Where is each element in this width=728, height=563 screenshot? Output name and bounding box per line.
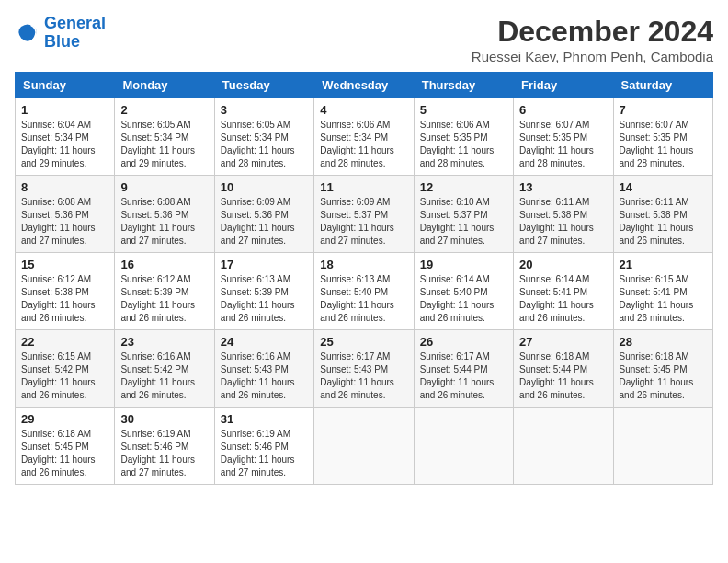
- calendar-cell: 15Sunrise: 6:12 AMSunset: 5:38 PMDayligh…: [16, 253, 115, 330]
- day-number: 25: [320, 335, 407, 349]
- day-info: Sunrise: 6:15 AMSunset: 5:42 PMDaylight:…: [21, 350, 108, 402]
- day-info: Sunrise: 6:06 AMSunset: 5:34 PMDaylight:…: [320, 119, 407, 170]
- calendar-cell: 13Sunrise: 6:11 AMSunset: 5:38 PMDayligh…: [514, 176, 613, 253]
- day-number: 9: [120, 180, 208, 194]
- calendar-week-5: 29Sunrise: 6:18 AMSunset: 5:45 PMDayligh…: [16, 408, 713, 485]
- calendar-cell: [314, 408, 414, 485]
- day-info: Sunrise: 6:14 AMSunset: 5:40 PMDaylight:…: [420, 273, 507, 325]
- calendar-week-4: 22Sunrise: 6:15 AMSunset: 5:42 PMDayligh…: [16, 330, 713, 408]
- calendar-cell: 26Sunrise: 6:17 AMSunset: 5:44 PMDayligh…: [414, 330, 513, 408]
- day-info: Sunrise: 6:09 AMSunset: 5:36 PMDaylight:…: [221, 196, 308, 247]
- day-info: Sunrise: 6:07 AMSunset: 5:35 PMDaylight:…: [620, 119, 707, 170]
- day-info: Sunrise: 6:17 AMSunset: 5:43 PMDaylight:…: [320, 350, 407, 402]
- day-info: Sunrise: 6:09 AMSunset: 5:37 PMDaylight:…: [320, 196, 407, 247]
- day-info: Sunrise: 6:19 AMSunset: 5:46 PMDaylight:…: [120, 428, 208, 479]
- header-monday: Monday: [115, 73, 214, 98]
- day-info: Sunrise: 6:04 AMSunset: 5:34 PMDaylight:…: [21, 119, 108, 170]
- calendar-cell: 20Sunrise: 6:14 AMSunset: 5:41 PMDayligh…: [514, 253, 613, 330]
- calendar-week-3: 15Sunrise: 6:12 AMSunset: 5:38 PMDayligh…: [16, 253, 713, 330]
- calendar-cell: 14Sunrise: 6:11 AMSunset: 5:38 PMDayligh…: [613, 176, 712, 253]
- day-info: Sunrise: 6:05 AMSunset: 5:34 PMDaylight:…: [221, 119, 308, 170]
- day-number: 15: [21, 258, 108, 271]
- day-info: Sunrise: 6:10 AMSunset: 5:37 PMDaylight:…: [420, 196, 507, 247]
- day-info: Sunrise: 6:17 AMSunset: 5:44 PMDaylight:…: [420, 350, 507, 402]
- day-number: 28: [620, 335, 707, 349]
- calendar-cell: 11Sunrise: 6:09 AMSunset: 5:37 PMDayligh…: [314, 176, 414, 253]
- day-number: 18: [320, 258, 407, 271]
- header-sunday: Sunday: [16, 73, 115, 98]
- calendar-cell: 21Sunrise: 6:15 AMSunset: 5:41 PMDayligh…: [613, 253, 712, 330]
- header-thursday: Thursday: [414, 73, 513, 98]
- day-number: 3: [221, 103, 308, 117]
- calendar-cell: 1Sunrise: 6:04 AMSunset: 5:34 PMDaylight…: [16, 98, 115, 176]
- day-number: 19: [420, 258, 507, 271]
- day-info: Sunrise: 6:11 AMSunset: 5:38 PMDaylight:…: [620, 196, 707, 247]
- day-number: 11: [320, 180, 407, 194]
- calendar-cell: 19Sunrise: 6:14 AMSunset: 5:40 PMDayligh…: [414, 253, 513, 330]
- day-number: 23: [120, 335, 208, 349]
- page-header: General Blue December 2024 Ruessei Kaev,…: [15, 15, 713, 64]
- calendar-cell: 6Sunrise: 6:07 AMSunset: 5:35 PMDaylight…: [514, 98, 613, 176]
- calendar-cell: 30Sunrise: 6:19 AMSunset: 5:46 PMDayligh…: [115, 408, 214, 485]
- day-number: 13: [519, 180, 607, 194]
- calendar-cell: 3Sunrise: 6:05 AMSunset: 5:34 PMDaylight…: [214, 98, 313, 176]
- day-number: 21: [620, 258, 707, 271]
- day-info: Sunrise: 6:19 AMSunset: 5:46 PMDaylight:…: [221, 428, 308, 479]
- day-number: 4: [320, 103, 407, 117]
- day-number: 29: [21, 412, 108, 426]
- day-info: Sunrise: 6:08 AMSunset: 5:36 PMDaylight:…: [21, 196, 108, 247]
- calendar-cell: [514, 408, 613, 485]
- calendar-cell: 8Sunrise: 6:08 AMSunset: 5:36 PMDaylight…: [16, 176, 115, 253]
- month-year: December 2024: [472, 15, 713, 49]
- day-info: Sunrise: 6:18 AMSunset: 5:45 PMDaylight:…: [21, 428, 108, 479]
- logo-text: General Blue: [44, 15, 106, 52]
- day-number: 1: [21, 103, 108, 117]
- calendar-cell: 29Sunrise: 6:18 AMSunset: 5:45 PMDayligh…: [16, 408, 115, 485]
- calendar-cell: 25Sunrise: 6:17 AMSunset: 5:43 PMDayligh…: [314, 330, 414, 408]
- day-number: 24: [221, 335, 308, 349]
- header-friday: Friday: [514, 73, 613, 98]
- logo-icon: [15, 20, 40, 46]
- calendar-week-2: 8Sunrise: 6:08 AMSunset: 5:36 PMDaylight…: [16, 176, 713, 253]
- day-number: 8: [21, 180, 108, 194]
- calendar-cell: 5Sunrise: 6:06 AMSunset: 5:35 PMDaylight…: [414, 98, 513, 176]
- day-number: 5: [420, 103, 507, 117]
- day-info: Sunrise: 6:07 AMSunset: 5:35 PMDaylight:…: [519, 119, 607, 170]
- day-info: Sunrise: 6:16 AMSunset: 5:42 PMDaylight:…: [120, 350, 208, 402]
- calendar-cell: [613, 408, 712, 485]
- day-info: Sunrise: 6:05 AMSunset: 5:34 PMDaylight:…: [120, 119, 208, 170]
- header-saturday: Saturday: [613, 73, 712, 98]
- day-info: Sunrise: 6:14 AMSunset: 5:41 PMDaylight:…: [519, 273, 607, 325]
- calendar-cell: 9Sunrise: 6:08 AMSunset: 5:36 PMDaylight…: [115, 176, 214, 253]
- day-info: Sunrise: 6:12 AMSunset: 5:38 PMDaylight:…: [21, 273, 108, 325]
- calendar-cell: 23Sunrise: 6:16 AMSunset: 5:42 PMDayligh…: [115, 330, 214, 408]
- day-number: 27: [519, 335, 607, 349]
- day-number: 20: [519, 258, 607, 271]
- calendar-cell: 7Sunrise: 6:07 AMSunset: 5:35 PMDaylight…: [613, 98, 712, 176]
- day-info: Sunrise: 6:18 AMSunset: 5:44 PMDaylight:…: [519, 350, 607, 402]
- day-number: 12: [420, 180, 507, 194]
- calendar-cell: 31Sunrise: 6:19 AMSunset: 5:46 PMDayligh…: [214, 408, 313, 485]
- logo: General Blue: [15, 15, 106, 52]
- day-number: 17: [221, 258, 308, 271]
- day-info: Sunrise: 6:16 AMSunset: 5:43 PMDaylight:…: [221, 350, 308, 402]
- calendar-cell: 22Sunrise: 6:15 AMSunset: 5:42 PMDayligh…: [16, 330, 115, 408]
- day-info: Sunrise: 6:13 AMSunset: 5:39 PMDaylight:…: [221, 273, 308, 325]
- day-number: 7: [620, 103, 707, 117]
- header-wednesday: Wednesday: [314, 73, 414, 98]
- calendar-cell: 17Sunrise: 6:13 AMSunset: 5:39 PMDayligh…: [214, 253, 313, 330]
- day-number: 31: [221, 412, 308, 426]
- location: Ruessei Kaev, Phnom Penh, Cambodia: [472, 49, 713, 64]
- day-info: Sunrise: 6:18 AMSunset: 5:45 PMDaylight:…: [620, 350, 707, 402]
- calendar-cell: [414, 408, 513, 485]
- day-number: 2: [120, 103, 208, 117]
- day-number: 22: [21, 335, 108, 349]
- calendar-cell: 4Sunrise: 6:06 AMSunset: 5:34 PMDaylight…: [314, 98, 414, 176]
- calendar-cell: 2Sunrise: 6:05 AMSunset: 5:34 PMDaylight…: [115, 98, 214, 176]
- day-number: 26: [420, 335, 507, 349]
- day-info: Sunrise: 6:06 AMSunset: 5:35 PMDaylight:…: [420, 119, 507, 170]
- day-info: Sunrise: 6:13 AMSunset: 5:40 PMDaylight:…: [320, 273, 407, 325]
- calendar-cell: 10Sunrise: 6:09 AMSunset: 5:36 PMDayligh…: [214, 176, 313, 253]
- calendar-week-1: 1Sunrise: 6:04 AMSunset: 5:34 PMDaylight…: [16, 98, 713, 176]
- day-info: Sunrise: 6:15 AMSunset: 5:41 PMDaylight:…: [620, 273, 707, 325]
